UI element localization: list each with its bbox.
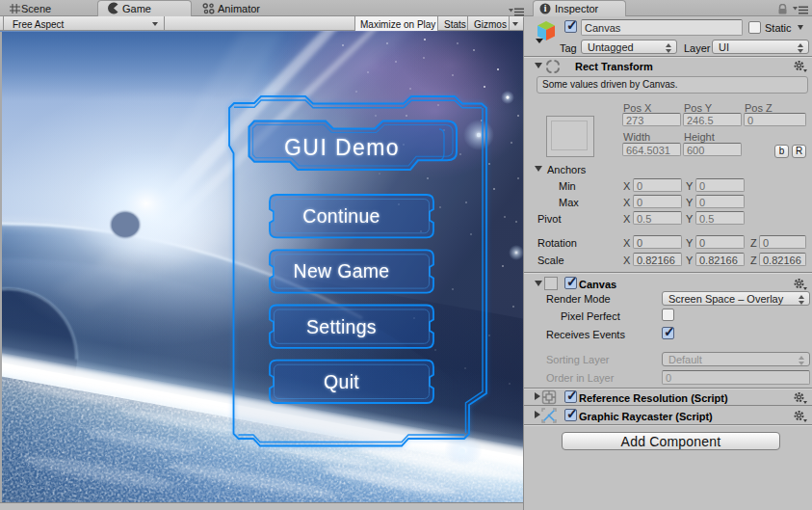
svg-text:New Game: New Game — [294, 260, 390, 282]
svg-text:GUI Demo: GUI Demo — [284, 135, 400, 160]
svg-text:Settings: Settings — [306, 316, 377, 337]
svg-text:Quit: Quit — [324, 371, 359, 392]
svg-text:i: i — [544, 4, 547, 13]
svg-text:Continue: Continue — [302, 205, 380, 227]
